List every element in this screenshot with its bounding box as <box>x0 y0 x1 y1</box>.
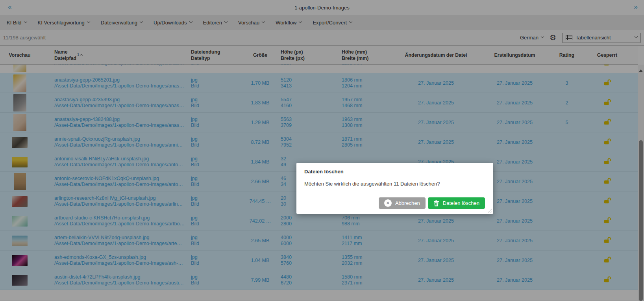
trash-icon <box>433 200 439 206</box>
confirm-delete-button[interactable]: Dateien löschen <box>428 197 485 209</box>
resize-handle[interactable] <box>487 208 492 213</box>
modal-overlay <box>0 0 644 301</box>
delete-dialog: Dateien löschen Möchten Sie wirklich die… <box>296 163 493 214</box>
dialog-title: Dateien löschen <box>304 169 493 175</box>
close-circle-icon: ✕ <box>384 199 392 207</box>
dialog-message: Möchten Sie wirklich die ausgewählten 11… <box>304 181 493 187</box>
cancel-button[interactable]: ✕ Abbrechen <box>379 197 426 209</box>
